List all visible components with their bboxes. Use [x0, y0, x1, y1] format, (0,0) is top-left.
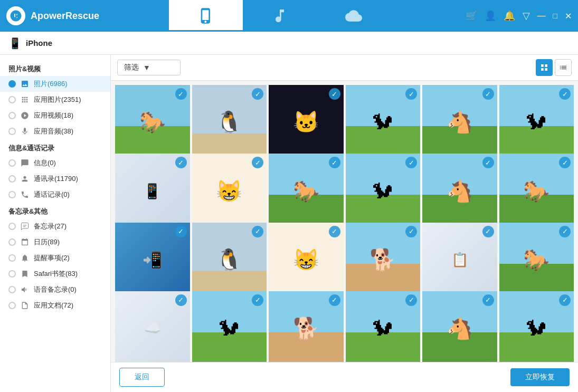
radio-photos — [8, 80, 16, 88]
contact-icon — [20, 174, 30, 184]
note-icon — [20, 222, 30, 231]
photo-item[interactable]: 😸 ✓ — [192, 154, 267, 228]
iphone-icon: 📱 — [8, 37, 22, 50]
maximize-btn[interactable]: □ — [553, 12, 557, 20]
photo-item[interactable]: 🐿 ✓ — [499, 291, 574, 362]
filter-dropdown[interactable]: 筛选 ▼ — [117, 60, 181, 75]
photo-item[interactable]: 🐿 ✓ — [346, 291, 421, 362]
check-mark: ✓ — [329, 88, 340, 100]
radio-messages — [8, 159, 16, 167]
safari-label: Safari书签(83) — [34, 269, 102, 279]
photos-label: 照片(6986) — [34, 79, 102, 89]
sidebar-item-app-video[interactable]: 应用视频(18) — [0, 108, 110, 123]
check-mark: ✓ — [482, 157, 494, 168]
bell-icon[interactable]: 🔔 — [504, 10, 515, 22]
sidebar-item-contacts[interactable]: 通讯录(11790) — [0, 171, 110, 187]
tab-cloud[interactable] — [317, 0, 391, 32]
content-toolbar: 筛选 ▼ — [111, 55, 578, 81]
photo-item[interactable]: ☁️ ✓ — [115, 291, 190, 362]
check-mark: ✓ — [329, 157, 340, 168]
list-view-btn[interactable] — [555, 59, 572, 76]
check-mark: ✓ — [175, 226, 187, 237]
reminders-label: 提醒事项(2) — [34, 253, 102, 263]
photo-item[interactable]: 🐿 ✓ — [192, 291, 267, 362]
photo-item[interactable]: 😸 ✓ — [269, 223, 344, 298]
app-images-label: 应用图片(2351) — [34, 95, 102, 104]
photo-item[interactable]: 🐎 ✓ — [269, 154, 344, 228]
nav-tabs — [169, 0, 466, 32]
check-mark: ✓ — [175, 294, 187, 306]
tab-device[interactable] — [169, 0, 243, 32]
call-icon — [20, 190, 30, 199]
call-log-label: 通话记录(0) — [34, 190, 102, 199]
sidebar-item-safari[interactable]: Safari书签(83) — [0, 266, 110, 282]
content-area: 筛选 ▼ 🐎 ✓ 🐧 ✓ — [111, 55, 578, 392]
check-mark: ✓ — [175, 88, 187, 100]
photo-item[interactable]: 🐴 ✓ — [422, 154, 497, 228]
sidebar-item-app-docs[interactable]: 应用文档(72) — [0, 298, 110, 313]
photo-item[interactable]: 🐱 ✓ — [269, 85, 344, 160]
photo-item[interactable]: 📱 ✓ — [115, 154, 190, 228]
check-mark: ✓ — [329, 294, 340, 306]
radio-contacts — [8, 175, 16, 183]
radio-call-log — [8, 191, 16, 198]
photo-item[interactable]: 🐕 ✓ — [346, 223, 421, 298]
radio-app-docs — [8, 302, 16, 309]
sidebar-item-app-images[interactable]: 应用图片(2351) — [0, 92, 110, 108]
check-mark: ✓ — [482, 294, 494, 306]
photo-item[interactable]: 🐿 ✓ — [499, 85, 574, 160]
message-icon — [20, 158, 30, 168]
voice-icon — [20, 285, 30, 294]
user-icon[interactable]: 👤 — [485, 10, 496, 22]
sidebar-item-voice-memo[interactable]: 语音备忘录(0) — [0, 282, 110, 298]
app-docs-label: 应用文档(72) — [34, 301, 102, 310]
photo-item[interactable]: 🐧 ✓ — [192, 85, 267, 160]
sidebar-item-call-log[interactable]: 通话记录(0) — [0, 187, 110, 203]
photo-item[interactable]: 🐎 ✓ — [115, 85, 190, 160]
sidebar-item-reminders[interactable]: 提醒事项(2) — [0, 250, 110, 266]
grid-view-btn[interactable] — [536, 59, 553, 76]
main-layout: 照片&视频 照片(6986) 应用图片(2351) 应用视频(18) — [0, 55, 578, 392]
back-button[interactable]: 返回 — [119, 368, 165, 387]
sidebar-item-calendar[interactable]: 日历(89) — [0, 234, 110, 250]
photo-item[interactable]: 🐎 ✓ — [499, 154, 574, 228]
radio-app-video — [8, 112, 16, 119]
check-mark: ✓ — [252, 294, 263, 306]
radio-app-audio — [8, 128, 16, 135]
calendar-label: 日历(89) — [34, 237, 102, 247]
radio-app-images — [8, 96, 16, 103]
photo-item[interactable]: 🐿 ✓ — [346, 85, 421, 160]
check-mark: ✓ — [329, 226, 340, 237]
cart-icon[interactable]: 🛒 — [466, 10, 477, 22]
check-mark: ✓ — [175, 157, 187, 168]
restore-button[interactable]: 立即恢复 — [510, 368, 570, 386]
check-mark: ✓ — [405, 294, 417, 306]
check-mark: ✓ — [559, 294, 571, 306]
sidebar-item-app-audio[interactable]: 应用音频(38) — [0, 123, 110, 139]
photo-item[interactable]: 📲 ✓ — [115, 223, 190, 298]
photo-item[interactable]: 🐿 ✓ — [346, 154, 421, 228]
minimize-btn[interactable]: — — [537, 11, 546, 21]
photo-item[interactable]: 🐧 ✓ — [192, 223, 267, 298]
check-mark: ✓ — [482, 88, 494, 100]
check-mark: ✓ — [252, 226, 263, 237]
photo-item[interactable]: 🐴 ✓ — [422, 291, 497, 362]
radio-calendar — [8, 238, 16, 246]
photo-item[interactable]: 🐴 ✓ — [422, 85, 497, 160]
voice-memo-label: 语音备忘录(0) — [34, 285, 102, 294]
photo-item[interactable]: 📋 ✓ — [422, 223, 497, 298]
filter-icon[interactable]: ▽ — [523, 10, 530, 22]
document-icon — [20, 301, 30, 310]
photo-item[interactable]: 🐎 ✓ — [499, 223, 574, 298]
tab-music[interactable] — [243, 0, 317, 32]
sidebar-item-notes[interactable]: 备忘录(27) — [0, 218, 110, 234]
device-bar: 📱 iPhone — [0, 32, 578, 55]
sidebar-item-messages[interactable]: 信息(0) — [0, 155, 110, 171]
photo-icon — [20, 79, 30, 89]
sidebar: 照片&视频 照片(6986) 应用图片(2351) 应用视频(18) — [0, 55, 111, 392]
close-btn[interactable]: ✕ — [565, 11, 572, 21]
app-logo: G — [6, 6, 25, 25]
sidebar-item-photos[interactable]: 照片(6986) — [0, 76, 110, 92]
photo-item[interactable]: 🐕 ✓ — [269, 291, 344, 362]
check-mark: ✓ — [482, 226, 494, 237]
